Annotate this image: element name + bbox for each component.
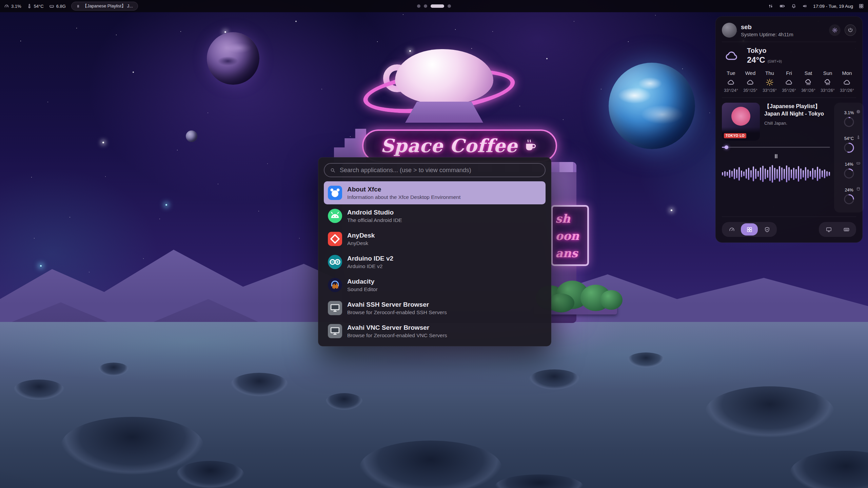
window-neon-text: oon	[555, 227, 585, 245]
weather-temp: 24°C	[747, 55, 765, 65]
cpu-icon	[856, 109, 861, 114]
anydesk-app-icon	[328, 232, 342, 246]
forecast-day: Wed 35°/25°	[741, 70, 760, 93]
bright-star	[165, 204, 167, 206]
forecast-day: Fri 35°/26°	[780, 70, 798, 93]
privacy-button[interactable]	[758, 223, 775, 236]
avatar[interactable]	[722, 23, 737, 38]
app-name: Avahi VNC Server Browser	[347, 324, 447, 331]
forecast-row: Tue 33°/24° Wed 35°/25° Thu 33°/26° Fri …	[722, 70, 856, 93]
memory-indicator[interactable]: 6.8G	[49, 4, 66, 9]
forecast-day-label: Fri	[780, 70, 798, 76]
crater	[231, 373, 288, 396]
workspace-dot[interactable]	[448, 4, 451, 8]
workspace-dot[interactable]	[424, 4, 427, 8]
app-description: Sound Editor	[347, 286, 378, 292]
cloud-weather-icon	[843, 78, 851, 86]
forecast-temps: 36°/26°	[799, 88, 817, 93]
app-list-item[interactable]: Avahi VNC Server Browser Browse for Zero…	[324, 320, 546, 343]
media-section: TOKYO LO 【Japanese Playlist】 Japan All N…	[722, 98, 856, 217]
disk-icon	[856, 186, 861, 191]
track-subtitle: Chill Japan.	[764, 121, 830, 126]
app-name: About Xfce	[347, 186, 460, 193]
app-list-item[interactable]: About Xfce Information about the Xfce De…	[324, 181, 546, 204]
cup-pedestal	[405, 102, 483, 123]
small-moon	[186, 130, 197, 142]
waveform	[722, 163, 830, 185]
window-neon-text: ans	[555, 245, 585, 262]
display-button[interactable]	[820, 223, 837, 236]
forecast-day-label: Tue	[722, 70, 740, 76]
forecast-day-label: Mon	[838, 70, 856, 76]
forecast-day: Thu 33°/26°	[761, 70, 779, 93]
memory-value: 6.8G	[56, 4, 66, 9]
performance-button[interactable]	[723, 223, 740, 236]
temperature-indicator[interactable]: 54°C	[27, 4, 44, 9]
crater	[98, 363, 129, 376]
crater	[529, 369, 580, 390]
app-launcher: About Xfce Information about the Xfce De…	[318, 157, 551, 346]
app-grid-icon[interactable]	[859, 3, 864, 9]
top-bar: 3.1% 54°C 6.8G 【Japanese Playlist】 J... …	[0, 0, 868, 12]
forecast-temps: 33°/26°	[761, 88, 779, 93]
clock[interactable]: 17:09 - Tue, 19 Aug	[813, 4, 853, 9]
pause-icon	[773, 153, 779, 159]
notifications-icon[interactable]	[791, 3, 796, 9]
app-description: Browse for Zeroconf-enabled SSH Servers	[347, 309, 447, 316]
arduino-app-icon	[328, 255, 342, 269]
system-stat: 54°C	[835, 132, 863, 158]
app-name: Android Studio	[347, 209, 402, 216]
forecast-day: Tue 33°/24°	[722, 70, 740, 93]
rain-weather-icon	[824, 78, 832, 86]
app-list-item[interactable]: Avahi SSH Server Browser Browse for Zero…	[324, 297, 546, 320]
app-description: Arduino IDE v2	[347, 263, 393, 269]
battery-icon[interactable]	[779, 3, 786, 9]
stat-value: 54°C	[844, 136, 854, 141]
display-icon	[826, 226, 832, 233]
gear-icon	[832, 27, 838, 33]
username: seb	[741, 23, 825, 31]
cpu-indicator[interactable]: 3.1%	[4, 4, 21, 9]
seek-knob[interactable]	[725, 145, 728, 149]
network-traffic-icon[interactable]	[768, 3, 773, 9]
settings-button[interactable]	[829, 24, 841, 36]
pause-button[interactable]	[771, 152, 781, 161]
forecast-temps: 35°/25°	[741, 88, 760, 93]
pause-icon	[76, 4, 80, 8]
crater	[495, 474, 583, 488]
forecast-temps: 33°/26°	[838, 88, 856, 93]
forecast-day: Mon 33°/26°	[838, 70, 856, 93]
workspace-indicator	[417, 0, 451, 12]
app-list-item[interactable]: Android Studio The official Android IDE	[324, 204, 546, 227]
forecast-day: Sun 33°/26°	[818, 70, 837, 93]
search-bar[interactable]	[324, 163, 546, 177]
sign-text: Space Coffee	[381, 135, 518, 157]
stat-ring	[843, 194, 855, 205]
crater	[790, 451, 868, 488]
keyboard-button[interactable]	[838, 223, 855, 236]
app-list-item[interactable]: Arduino IDE v2 Arduino IDE v2	[324, 250, 546, 273]
keyboard-icon	[843, 226, 850, 233]
apps-grid-button[interactable]	[741, 223, 758, 236]
system-stat: 14%	[835, 158, 863, 183]
volume-icon[interactable]	[802, 3, 808, 9]
forecast-temps: 33°/24°	[722, 88, 740, 93]
workspace-dot[interactable]	[417, 4, 420, 8]
app-list-item[interactable]: AnyDesk AnyDesk	[324, 227, 546, 250]
power-button[interactable]	[845, 24, 856, 36]
album-art[interactable]: TOKYO LO	[722, 103, 760, 141]
app-name: Arduino IDE v2	[347, 255, 393, 262]
stat-value: 14%	[845, 162, 853, 167]
ram-icon	[856, 161, 861, 165]
stat-value: 3.1%	[844, 110, 854, 115]
workspace-active[interactable]	[431, 4, 444, 8]
crater	[627, 352, 665, 368]
app-list-item[interactable]: Audacity Sound Editor	[324, 273, 546, 297]
thermo-icon	[856, 135, 861, 139]
now-playing-text: 【Japanese Playlist】 J...	[83, 3, 133, 9]
now-playing-pill[interactable]: 【Japanese Playlist】 J...	[71, 2, 138, 11]
sun-weather-icon	[766, 78, 774, 86]
search-input[interactable]	[340, 167, 539, 174]
uptime: System Uptime: 4h11m	[741, 32, 825, 37]
seek-bar[interactable]	[722, 145, 830, 149]
